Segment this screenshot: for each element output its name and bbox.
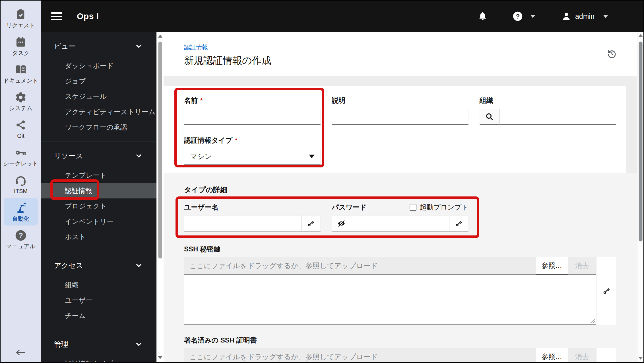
password-visibility-toggle[interactable] bbox=[332, 216, 351, 231]
signed-ssh-certificate-field: ここにファイルをドラッグするか、参照してアップロード 参照… 消去 bbox=[184, 348, 616, 362]
username-label: admin bbox=[575, 12, 595, 20]
nav-item-teams[interactable]: チーム bbox=[41, 308, 156, 323]
clipboard-check-icon bbox=[15, 8, 27, 21]
nav-item-credential-types[interactable]: 認証情報タイプ bbox=[41, 356, 156, 362]
nav-group-resources[interactable]: リソース bbox=[41, 150, 156, 161]
nav-group-administration[interactable]: 管理 bbox=[41, 339, 156, 350]
chevron-down-icon bbox=[603, 15, 608, 18]
section-gap bbox=[164, 76, 637, 86]
name-field-group: 名前* bbox=[184, 96, 321, 125]
rail-item-automation[interactable]: 自動化 bbox=[4, 198, 38, 225]
page-scrollbar[interactable] bbox=[637, 32, 643, 362]
nav-item-credentials[interactable]: 認証情報 bbox=[41, 183, 156, 198]
nav-item-templates[interactable]: テンプレート bbox=[41, 168, 156, 183]
nav-sidebar: ビュー ダッシュボード ジョブ スケジュール アクティビティーストリーム ワーク… bbox=[41, 32, 156, 362]
nav-group-label: アクセス bbox=[54, 261, 83, 270]
nav-section-administration: 管理 認証情報タイプ bbox=[41, 330, 156, 362]
rail-item-label: システム bbox=[9, 105, 32, 111]
page-scrollbar-thumb[interactable] bbox=[639, 42, 642, 241]
rail-item-label: Git bbox=[17, 133, 24, 139]
history-icon[interactable] bbox=[606, 48, 617, 59]
cert-upload-bar[interactable]: ここにファイルをドラッグするか、参照してアップロード 参照… 消去 bbox=[184, 348, 596, 362]
nav-group-views[interactable]: ビュー bbox=[41, 40, 156, 52]
back-arrow-icon bbox=[16, 348, 26, 357]
ssh-key-upload-bar[interactable]: ここにファイルをドラッグするか、参照してアップロード 参照… 消去 bbox=[184, 257, 596, 275]
name-label: 名前* bbox=[184, 96, 321, 105]
ssh-key-drop-placeholder: ここにファイルをドラッグするか、参照してアップロード bbox=[184, 257, 536, 274]
nav-scrollbar[interactable] bbox=[156, 32, 164, 362]
credential-type-select[interactable]: マシン bbox=[184, 149, 321, 165]
nav-item-projects[interactable]: プロジェクト bbox=[41, 198, 156, 214]
ssh-private-key-field: ここにファイルをドラッグするか、参照してアップロード 参照… 消去 bbox=[184, 257, 616, 325]
nav-item-activity-stream[interactable]: アクティビティーストリーム bbox=[41, 104, 156, 120]
credential-form-card: 名前* 説明 組織 bbox=[164, 86, 626, 173]
cert-clear-button: 消去 bbox=[568, 348, 596, 362]
notifications-bell-icon[interactable] bbox=[478, 11, 488, 21]
resize-grip-icon[interactable] bbox=[591, 319, 595, 323]
nav-group-label: ビュー bbox=[54, 42, 76, 51]
hamburger-menu-button[interactable] bbox=[51, 12, 62, 20]
cert-credential-lookup-button[interactable] bbox=[597, 348, 616, 362]
app-brand: Ops I bbox=[77, 11, 99, 21]
nav-item-schedules[interactable]: スケジュール bbox=[41, 89, 156, 104]
organization-search-button[interactable] bbox=[480, 109, 499, 125]
description-field-group: 説明 bbox=[332, 96, 468, 125]
rail-item-secret[interactable]: シークレット bbox=[4, 143, 38, 170]
caret-down-icon bbox=[309, 155, 315, 158]
username-credential-lookup-button[interactable] bbox=[301, 216, 321, 231]
key-icon bbox=[15, 146, 27, 159]
nav-scrollbar-thumb[interactable] bbox=[158, 42, 162, 259]
credential-type-selected-value: マシン bbox=[190, 152, 212, 161]
ssh-key-credential-lookup-button[interactable] bbox=[597, 257, 616, 325]
top-bar: Ops I ? admin bbox=[41, 1, 643, 32]
scroll-up-arrow[interactable] bbox=[637, 34, 643, 37]
user-menu[interactable]: admin bbox=[562, 11, 608, 21]
question-circle-icon: ? bbox=[15, 229, 27, 242]
main-content: 認証情報 新規認証情報の作成 名前* 説明 組織 bbox=[164, 32, 637, 362]
credential-type-label: 認証情報タイプ* bbox=[184, 136, 321, 145]
username-field-group: ユーザー名 bbox=[184, 203, 321, 231]
rail-item-label: ITSM bbox=[14, 188, 28, 194]
nav-item-organizations[interactable]: 組織 bbox=[41, 277, 156, 293]
page-title: 新規認証情報の作成 bbox=[184, 54, 637, 67]
rail-item-request[interactable]: リクエスト bbox=[4, 5, 38, 32]
key-icon bbox=[307, 219, 315, 228]
password-field-group: パスワード 起動プロンプト bbox=[332, 203, 468, 231]
ssh-key-browse-button[interactable]: 参照… bbox=[536, 257, 568, 275]
organization-field-group: 組織 bbox=[480, 96, 616, 125]
rail-item-system[interactable]: システム bbox=[4, 87, 38, 115]
prompt-on-launch-group[interactable]: 起動プロンプト bbox=[410, 203, 468, 212]
username-input[interactable] bbox=[184, 216, 301, 231]
rail-item-task[interactable]: タスク bbox=[4, 32, 38, 60]
nav-group-access[interactable]: アクセス bbox=[41, 260, 156, 271]
collapse-rail-button[interactable] bbox=[1, 343, 41, 362]
description-input[interactable] bbox=[332, 109, 468, 125]
nav-item-inventories[interactable]: インベントリー bbox=[41, 214, 156, 229]
rail-item-document[interactable]: ドキュメント bbox=[4, 60, 38, 87]
share-network-icon bbox=[15, 119, 26, 131]
nav-item-users[interactable]: ユーザー bbox=[41, 293, 156, 308]
name-input[interactable] bbox=[184, 109, 321, 125]
rail-item-git[interactable]: Git bbox=[4, 115, 38, 143]
nav-item-dashboard[interactable]: ダッシュボード bbox=[41, 58, 156, 73]
rail-item-itsm[interactable]: ITSM bbox=[4, 170, 38, 198]
page-header: 認証情報 新規認証情報の作成 bbox=[164, 32, 637, 76]
rail-item-label: シークレット bbox=[3, 160, 38, 167]
rail-item-label: リクエスト bbox=[6, 22, 35, 28]
rail-item-manual[interactable]: ? マニュアル bbox=[4, 225, 38, 253]
nav-item-jobs[interactable]: ジョブ bbox=[41, 73, 156, 89]
password-input[interactable] bbox=[351, 216, 449, 231]
rail-item-label: ドキュメント bbox=[3, 77, 38, 84]
help-menu[interactable]: ? bbox=[513, 11, 535, 21]
prompt-on-launch-checkbox[interactable] bbox=[410, 204, 416, 211]
scroll-down-arrow[interactable] bbox=[157, 356, 164, 359]
breadcrumb-credentials-link[interactable]: 認証情報 bbox=[184, 43, 208, 51]
nav-item-workflow-approvals[interactable]: ワークフローの承認 bbox=[41, 120, 156, 135]
scroll-up-arrow[interactable] bbox=[157, 35, 164, 38]
password-credential-lookup-button[interactable] bbox=[449, 216, 468, 231]
ssh-key-textarea[interactable] bbox=[184, 275, 596, 325]
scroll-down-arrow[interactable] bbox=[637, 357, 643, 360]
cert-browse-button[interactable]: 参照… bbox=[536, 348, 568, 362]
nav-item-hosts[interactable]: ホスト bbox=[41, 229, 156, 245]
organization-input[interactable] bbox=[499, 109, 616, 125]
